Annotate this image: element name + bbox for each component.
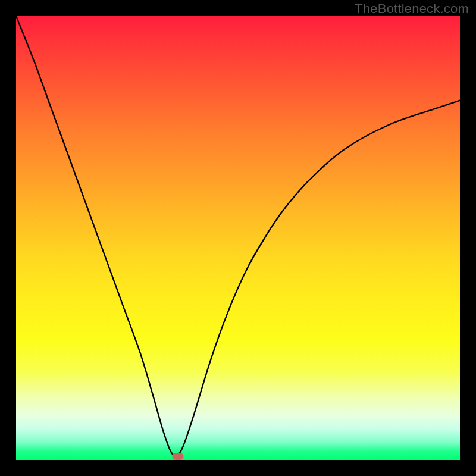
bottleneck-curve [16,16,460,456]
chart-frame: TheBottleneck.com [0,0,476,476]
curve-svg [16,16,460,460]
optimum-marker [173,453,184,460]
watermark-text: TheBottleneck.com [355,1,469,17]
plot-area [16,16,460,460]
